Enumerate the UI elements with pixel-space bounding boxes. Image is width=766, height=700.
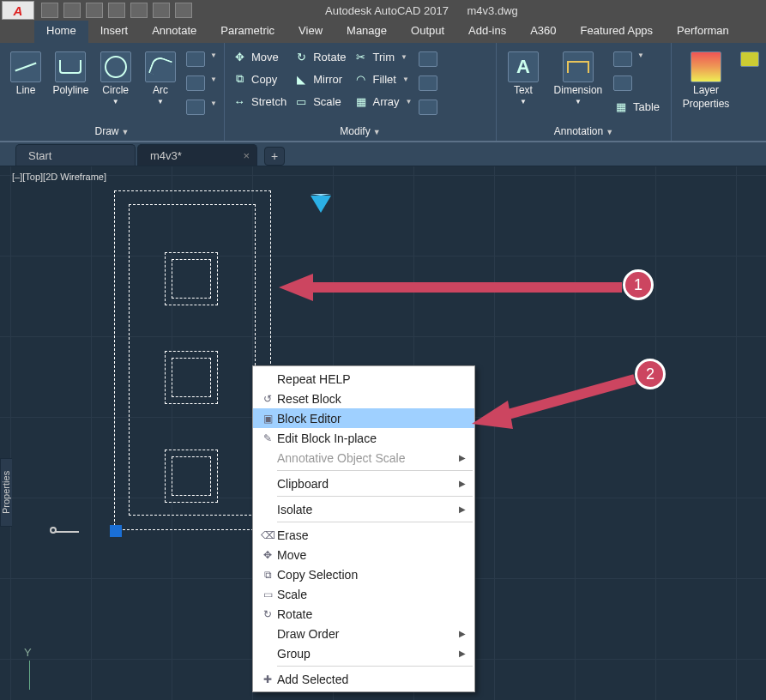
qat-save-icon[interactable] [86,3,103,18]
new-tab-button[interactable]: + [264,147,285,166]
polyline-icon [55,51,86,82]
tab-addins[interactable]: Add-ins [456,21,518,43]
menu-item-move[interactable]: ✥Move [253,545,474,564]
stretch-button[interactable]: ↔Stretch [232,94,286,108]
panel-modify-title[interactable]: Modify▼ [225,124,496,141]
qat-undo-icon[interactable] [153,3,170,18]
scale-button[interactable]: ▭Scale [293,94,346,108]
bulb-icon[interactable] [740,51,759,67]
selection-grip[interactable] [110,525,122,537]
chevron-down-icon[interactable]: ▼ [210,100,217,115]
tab-featured[interactable]: Featured Apps [569,21,666,43]
panel-draw-title[interactable]: Draw▼ [0,124,224,141]
layers-icon [691,51,721,82]
leader-icon[interactable] [613,51,632,67]
filetab-start[interactable]: Start [15,144,136,166]
menu-item-label: Erase [277,528,309,542]
modify-extra3-icon[interactable] [419,100,437,115]
menu-separator [277,522,473,522]
arc-button[interactable]: Arc▼ [142,46,179,106]
text-button[interactable]: A Text▼ [504,46,543,106]
panel-modify-title-text: Modify [340,125,370,137]
tab-manage[interactable]: Manage [335,21,399,43]
circle-button[interactable]: Circle▼ [97,46,135,106]
anno-extra-icon[interactable] [613,75,632,91]
chevron-down-icon[interactable]: ▼ [210,51,217,67]
tab-annotate[interactable]: Annotate [140,21,208,43]
menu-item-erase[interactable]: ⌫Erase [253,525,474,545]
chevron-down-icon[interactable]: ▼ [520,98,527,106]
menu-item-repeat-help[interactable]: Repeat HELP [253,369,474,389]
trim-button[interactable]: ✂Trim▼ [353,50,413,63]
properties-palette-tab[interactable]: Properties [0,458,12,527]
line-button[interactable]: Line [7,46,45,96]
chevron-down-icon[interactable]: ▼ [210,75,217,91]
quick-access-toolbar [41,3,192,18]
menu-item-group[interactable]: Group▶ [253,643,474,663]
menu-item-icon: ✎ [258,432,277,444]
tab-insert[interactable]: Insert [88,21,141,43]
rotate-button[interactable]: ↻Rotate [293,50,346,63]
app-logo[interactable]: A [2,1,34,20]
panel-layers-title [672,124,766,141]
menu-item-block-editor[interactable]: ▣Block Editor [253,408,474,428]
polyline-label: Polyline [52,84,88,96]
menu-item-reset-block[interactable]: ↺Reset Block [253,389,474,408]
tab-parametric[interactable]: Parametric [208,21,286,43]
chevron-down-icon[interactable]: ▼ [637,51,644,67]
dimension-icon [563,51,594,82]
qat-redo-icon[interactable] [175,3,192,18]
move-button[interactable]: ✥Move [232,50,286,63]
menu-separator [277,666,473,667]
layer-properties-button[interactable]: Layer Properties [679,46,733,110]
menu-item-scale[interactable]: ▭Scale [253,584,474,604]
menu-item-copy-selection[interactable]: ⧉Copy Selection [253,564,474,584]
tab-performance[interactable]: Performan [665,21,741,43]
line-icon [10,51,41,82]
copy-button[interactable]: ⧉Copy [232,72,286,86]
chevron-down-icon[interactable]: ▼ [406,98,413,106]
menu-item-rotate[interactable]: ↻Rotate [253,604,474,624]
tab-view[interactable]: View [286,21,335,43]
polyline-button[interactable]: Polyline [51,46,89,96]
menu-item-clipboard[interactable]: Clipboard▶ [253,474,474,493]
chevron-down-icon[interactable]: ▼ [112,98,119,106]
qat-plot-icon[interactable] [130,3,148,18]
menu-item-draw-order[interactable]: Draw Order▶ [253,624,474,643]
menu-item-icon: ⌫ [258,529,277,541]
menu-separator [277,470,473,471]
modify-extra1-icon[interactable] [419,51,437,67]
menu-item-isolate[interactable]: Isolate▶ [253,499,474,519]
menu-item-edit-block-in-place[interactable]: ✎Edit Block In-place [253,428,474,448]
panel-annotation-title[interactable]: Annotation▼ [497,124,671,141]
array-button[interactable]: ▦Array▼ [353,94,413,108]
viewport-controls[interactable]: [–][Top][2D Wireframe] [12,172,106,182]
tab-a360[interactable]: A360 [518,21,568,43]
ellipse-icon[interactable] [186,75,205,91]
tab-home[interactable]: Home [34,21,88,43]
menu-item-label: Move [277,548,306,562]
menu-item-add-selected[interactable]: ✚Add Selected [253,669,474,689]
panel-layers: Layer Properties [672,43,766,141]
dimension-button[interactable]: Dimension▼ [550,46,606,106]
table-button[interactable]: ▦Table [613,100,660,113]
hatch-icon[interactable] [186,100,205,115]
rectangle-icon[interactable] [186,51,205,67]
modify-extra2-icon[interactable] [419,75,437,91]
fillet-button[interactable]: ◠Fillet▼ [353,72,413,86]
fillet-label: Fillet [373,73,396,86]
chevron-down-icon[interactable]: ▼ [402,75,409,83]
mirror-button[interactable]: ◣Mirror [293,72,346,86]
qat-saveas-icon[interactable] [108,3,125,18]
tab-output[interactable]: Output [399,21,456,43]
chevron-down-icon[interactable]: ▼ [157,98,164,106]
chevron-down-icon[interactable]: ▼ [575,98,582,106]
menu-item-label: Copy Selection [277,568,358,582]
close-icon[interactable]: × [243,149,250,162]
panel2-inner [172,358,211,397]
menu-item-icon: ▭ [258,588,277,600]
qat-open-icon[interactable] [63,3,81,18]
chevron-down-icon[interactable]: ▼ [401,53,407,61]
filetab-active[interactable]: m4v3*× [137,144,257,166]
qat-new-icon[interactable] [41,3,58,18]
